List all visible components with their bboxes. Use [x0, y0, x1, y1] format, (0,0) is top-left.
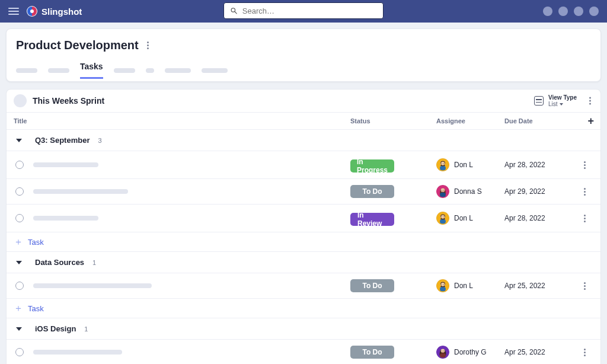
project-name: This Weeks Sprint	[33, 96, 104, 106]
chevron-down-icon	[560, 103, 563, 106]
list-view-icon	[534, 96, 544, 106]
view-type-selector[interactable]: View Type List	[534, 94, 577, 107]
search-icon	[230, 7, 238, 15]
plus-icon: ＋	[14, 304, 23, 313]
topbar-action-1[interactable]	[543, 7, 552, 16]
row-more-icon[interactable]	[582, 212, 588, 225]
svg-line-19	[235, 12, 237, 14]
search-bar[interactable]	[223, 2, 384, 19]
page-header: Product Development Tasks	[6, 28, 601, 82]
due-date: Apr 25, 2022	[504, 282, 576, 290]
col-assignee: Assignee	[436, 117, 504, 124]
due-date: Apr 25, 2022	[504, 348, 576, 356]
task-title-placeholder	[33, 189, 128, 194]
app-logo[interactable]: Slingshot	[26, 5, 82, 17]
tab-placeholder[interactable]	[165, 68, 191, 73]
task-row[interactable]: To Do Donna S Apr 29, 2022	[7, 179, 600, 205]
assignee-avatar[interactable]	[436, 185, 449, 198]
tab-placeholder[interactable]	[48, 68, 69, 73]
task-row[interactable]: In Progress Don L Apr 28, 2022	[7, 151, 600, 179]
chevron-down-icon	[16, 139, 22, 142]
task-row[interactable]: To Do Don L Apr 25, 2022	[7, 273, 600, 299]
topbar-actions	[543, 7, 599, 16]
search-container	[223, 2, 384, 19]
page-title: Product Development	[16, 39, 139, 52]
column-headers: Title Status Assignee Due Date +	[7, 113, 600, 130]
app-name: Slingshot	[41, 7, 82, 17]
assignee-name: Don L	[454, 161, 473, 169]
status-badge[interactable]: To Do	[350, 185, 394, 198]
task-list: This Weeks Sprint View Type List Title S…	[6, 89, 601, 364]
row-more-icon[interactable]	[582, 346, 588, 359]
search-input[interactable]	[242, 7, 377, 15]
project-avatar[interactable]	[14, 94, 27, 107]
task-title-placeholder	[33, 350, 122, 355]
add-column-button[interactable]: +	[587, 116, 594, 126]
assignee-name: Don L	[454, 282, 473, 290]
list-more-icon[interactable]	[587, 95, 593, 107]
topbar: Slingshot	[0, 0, 607, 23]
task-title-placeholder	[33, 162, 98, 167]
task-row[interactable]: In Review Don L Apr 28, 2022	[7, 205, 600, 232]
task-complete-toggle[interactable]	[15, 214, 24, 222]
row-more-icon[interactable]	[582, 159, 588, 171]
status-badge[interactable]: To Do	[350, 279, 394, 292]
task-complete-toggle[interactable]	[15, 282, 24, 290]
task-title-placeholder	[33, 283, 152, 288]
slingshot-icon	[26, 5, 38, 17]
tab-tasks[interactable]: Tasks	[80, 62, 103, 79]
col-duedate: Due Date	[504, 117, 576, 124]
col-title: Title	[14, 117, 350, 124]
task-title-placeholder	[33, 216, 98, 221]
group-header[interactable]: Data Sources 1	[7, 252, 600, 273]
group-name: iOS Design	[35, 324, 76, 333]
status-badge[interactable]: In Review	[350, 213, 394, 226]
view-type-value: List	[548, 101, 558, 107]
assignee-name: Don L	[454, 214, 473, 222]
plus-icon: ＋	[14, 237, 23, 247]
group-count: 1	[92, 259, 96, 266]
status-badge[interactable]: In Progress	[350, 159, 394, 173]
assignee-avatar[interactable]	[436, 158, 449, 171]
svg-point-18	[231, 8, 235, 12]
assignee-avatar[interactable]	[436, 346, 449, 359]
topbar-action-3[interactable]	[574, 7, 583, 16]
chevron-down-icon	[16, 327, 22, 331]
tab-placeholder[interactable]	[146, 68, 154, 73]
group-header[interactable]: iOS Design 1	[7, 318, 600, 340]
tab-placeholder[interactable]	[16, 68, 37, 73]
due-date: Apr 28, 2022	[504, 214, 576, 222]
list-header: This Weeks Sprint View Type List	[7, 90, 600, 113]
hamburger-menu-icon[interactable]	[8, 8, 19, 15]
task-complete-toggle[interactable]	[15, 161, 24, 169]
tab-row: Tasks	[16, 62, 591, 79]
group-name: Data Sources	[35, 258, 84, 267]
assignee-name: Dorothy G	[454, 348, 487, 356]
row-more-icon[interactable]	[582, 186, 588, 198]
status-badge[interactable]: To Do	[350, 346, 394, 359]
due-date: Apr 28, 2022	[504, 161, 576, 169]
group-name: Q3: September	[35, 136, 90, 145]
group-count: 3	[98, 137, 101, 144]
due-date: Apr 29, 2022	[504, 187, 576, 196]
row-more-icon[interactable]	[582, 280, 588, 292]
task-row[interactable]: To Do Dorothy G Apr 25, 2022	[7, 340, 600, 364]
assignee-name: Donna S	[454, 187, 482, 196]
task-complete-toggle[interactable]	[15, 348, 24, 356]
add-task-button[interactable]: ＋Task	[7, 232, 600, 252]
view-type-label: View Type	[548, 94, 577, 101]
topbar-action-4[interactable]	[589, 7, 599, 16]
col-status: Status	[350, 117, 436, 124]
chevron-down-icon	[16, 261, 22, 264]
group-header[interactable]: Q3: September 3	[7, 130, 600, 151]
assignee-avatar[interactable]	[436, 212, 449, 225]
page-more-icon[interactable]	[145, 39, 151, 52]
tab-placeholder[interactable]	[114, 68, 135, 73]
assignee-avatar[interactable]	[436, 279, 449, 292]
tab-placeholder[interactable]	[202, 68, 228, 73]
group-count: 1	[84, 325, 88, 333]
add-task-button[interactable]: ＋Task	[7, 299, 600, 318]
topbar-action-2[interactable]	[558, 7, 568, 16]
svg-point-17	[30, 9, 34, 13]
task-complete-toggle[interactable]	[15, 187, 24, 196]
